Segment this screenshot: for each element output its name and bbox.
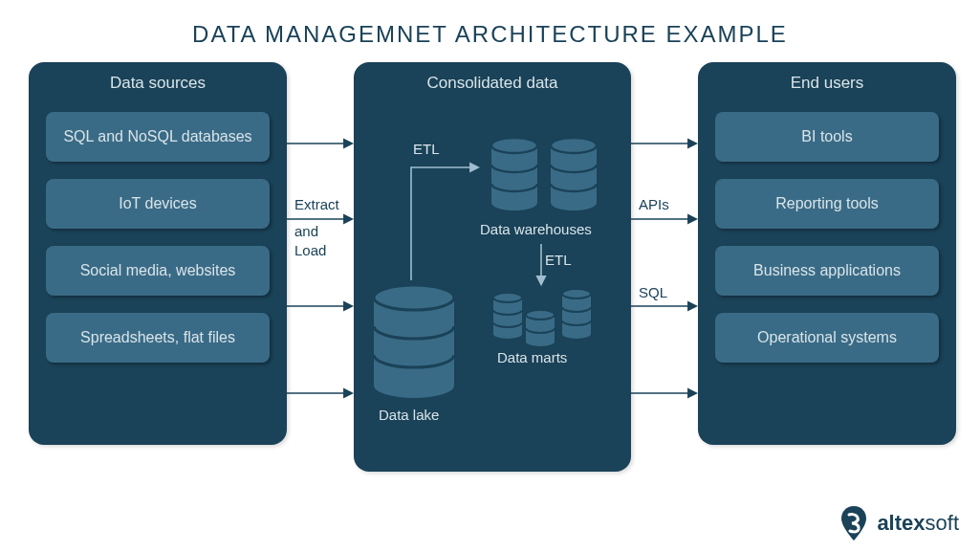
source-item-spreadsheets: Spreadsheets, flat files [46, 313, 270, 363]
brand-logo: altexsoft [838, 504, 959, 542]
end-item-reporting: Reporting tools [715, 179, 939, 229]
diagram-stage: Data sources SQL and NoSQL databases IoT… [0, 62, 980, 474]
panel-data-sources: Data sources SQL and NoSQL databases IoT… [29, 62, 287, 445]
brand-logo-text: altexsoft [877, 511, 959, 536]
brand-logo-icon [838, 504, 869, 542]
panel-title-right: End users [698, 62, 956, 102]
end-item-operational: Operational systems [715, 313, 939, 363]
source-item-sql-nosql: SQL and NoSQL databases [46, 112, 270, 162]
end-item-business-apps: Business applications [715, 246, 939, 296]
label-load: Load [294, 242, 326, 258]
panel-consolidated-data: Consolidated data ETL Data warehouses ET… [354, 62, 631, 472]
diagram-title: DATA MANAGEMNET ARCHITECTURE EXAMPLE [0, 0, 980, 48]
internal-arrows [354, 62, 631, 472]
source-item-iot: IoT devices [46, 179, 270, 229]
panel-title-left: Data sources [29, 62, 287, 102]
label-sql: SQL [639, 284, 667, 300]
label-and: and [294, 223, 318, 239]
label-apis: APIs [639, 196, 669, 212]
panel-end-users: End users BI tools Reporting tools Busin… [698, 62, 956, 445]
end-item-bi-tools: BI tools [715, 112, 939, 162]
label-extract: Extract [294, 196, 339, 212]
source-item-social: Social media, websites [46, 246, 270, 296]
